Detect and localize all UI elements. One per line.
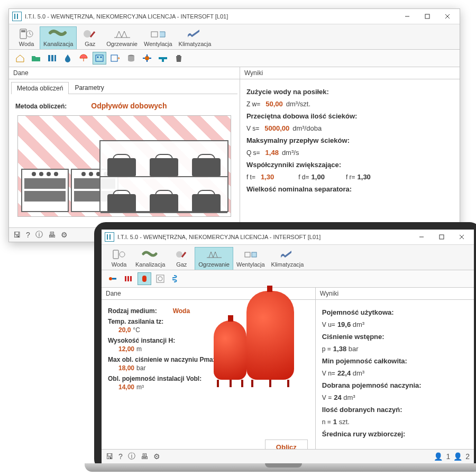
tab-woda[interactable]: Woda	[13, 27, 40, 49]
svg-rect-9	[96, 55, 103, 61]
calculator-icon	[16, 28, 36, 40]
tab-kanalizacja[interactable]: Kanalizacja	[132, 248, 168, 270]
gas-icon	[80, 28, 100, 40]
vobl-label: Obl. pojemność instalacji Vobl:	[108, 375, 202, 382]
tool-radiator[interactable]	[122, 272, 135, 285]
tab-ogrzewanie[interactable]: Ogrzewanie	[103, 27, 141, 49]
status-save-icon[interactable]: 🖫	[13, 231, 21, 239]
panel-dane-2: Dane Rodzaj medium:Woda Temp. zasilania …	[102, 288, 316, 460]
maximize-button[interactable]	[432, 231, 452, 243]
svg-rect-25	[142, 276, 147, 282]
tab-wentylacja[interactable]: Wentylacja	[141, 27, 176, 49]
svg-rect-26	[157, 275, 164, 282]
tab-klimatyzacja[interactable]: Klimatyzacja	[176, 27, 215, 49]
laptop-frame: I.T.I. 5.0 - WEWNĘTRZNA, NIEKOMERCYJNA L…	[94, 222, 476, 471]
subtab-parametry[interactable]: Parametry	[69, 81, 109, 94]
svg-point-21	[109, 277, 112, 280]
panel-wyniki-2: Wyniki Pojemność użytkowa: V u=19,6 dm³ …	[316, 288, 474, 460]
laptop-notch	[265, 463, 302, 468]
minimize-button[interactable]	[397, 10, 417, 23]
tab-woda[interactable]: Woda	[106, 248, 132, 270]
status-help-icon[interactable]: ?	[118, 452, 123, 461]
svg-rect-16	[113, 250, 118, 259]
tool-columns[interactable]	[45, 52, 59, 65]
panel-wyniki: Wyniki Zużycie wody na posiłek: Z w=50,0…	[240, 67, 460, 236]
status-help-icon[interactable]: ?	[26, 231, 30, 239]
svg-rect-7	[51, 55, 53, 61]
tool-bin[interactable]	[172, 52, 186, 65]
wrench-icon	[185, 28, 205, 40]
app-logo-icon	[105, 232, 114, 242]
heating-icon	[112, 28, 132, 40]
tab-ogrzewanie[interactable]: Ogrzewanie	[195, 247, 233, 270]
panel-dane-title: Dane	[9, 67, 240, 79]
svg-rect-8	[54, 55, 56, 61]
tz-label: Temp. zasilania tz:	[108, 318, 163, 325]
tool-valve[interactable]	[140, 52, 154, 65]
tool-kitchen[interactable]	[93, 52, 106, 65]
status-info-icon[interactable]: ⓘ	[128, 452, 135, 461]
status-settings-icon[interactable]: ⚙	[61, 231, 68, 239]
titlebar[interactable]: I.T.I. 5.0 - WEWNĘTRZNA, NIEKOMERCYJNA L…	[9, 9, 460, 24]
panel-wyniki-title: Wyniki	[240, 67, 460, 79]
user-icon: 👤	[453, 452, 462, 461]
r4-label: Współczynniki zwiększające:	[246, 161, 341, 169]
r1-label: Zużycie wody na posiłek:	[246, 88, 329, 96]
svg-point-10	[97, 57, 99, 58]
tool-arrow-box[interactable]	[108, 52, 122, 65]
pmax-label: Max obl. ciśnienie w naczyniu Pmax:	[108, 356, 218, 363]
svg-point-14	[145, 56, 149, 60]
subtab-metoda[interactable]: Metoda obliczeń	[11, 82, 69, 94]
panel-dane: Dane Metoda obliczeń Parametry Metoda ob…	[9, 67, 240, 236]
tool-umbrella[interactable]	[77, 52, 90, 65]
status-settings-icon[interactable]: ⚙	[153, 452, 160, 461]
tab-klimatyzacja[interactable]: Klimatyzacja	[268, 248, 307, 270]
heating-icon	[204, 249, 224, 260]
r5-label: Wielkość nominalna separatora:	[246, 185, 352, 193]
tool-db[interactable]	[124, 52, 138, 65]
method-label: Metoda obliczeń:	[15, 103, 67, 110]
close-button[interactable]	[437, 10, 457, 23]
toolbar-2	[102, 270, 474, 288]
status-info-icon[interactable]: ⓘ	[35, 230, 43, 240]
user-icon: 👤	[434, 452, 443, 461]
ventilation-icon	[241, 249, 261, 260]
tab-gaz[interactable]: Gaz	[168, 248, 195, 270]
minimize-button[interactable]	[411, 231, 432, 243]
ventilation-icon	[148, 28, 168, 40]
tool-vessel[interactable]	[138, 272, 151, 285]
status-print-icon[interactable]: 🖶	[48, 231, 56, 239]
method-value: Odpływów dobowych	[91, 102, 167, 110]
tab-gaz[interactable]: Gaz	[77, 27, 103, 49]
tool-grid[interactable]	[153, 272, 167, 285]
medium-label: Rodzaj medium:	[108, 307, 157, 315]
svg-rect-19	[245, 252, 250, 257]
r2-label: Przeciętna dobowa ilość ścieków:	[246, 112, 358, 120]
titlebar-2[interactable]: I.T.I. 5.0 - WEWNĘTRZNA, NIEKOMERCYJNA L…	[102, 230, 474, 245]
pipe-icon	[48, 28, 68, 40]
svg-rect-24	[130, 276, 132, 281]
close-button[interactable]	[452, 231, 472, 243]
status-print-icon[interactable]: 🖶	[141, 452, 148, 461]
tool-valve2[interactable]	[106, 272, 120, 285]
window-title: I.T.I. 5.0 - WEWNĘTRZNA, NIEKOMERCYJNA L…	[25, 13, 228, 20]
tool-folder[interactable]	[29, 52, 43, 65]
tool-coil[interactable]	[169, 272, 183, 285]
tab-kanalizacja[interactable]: Kanalizacja	[40, 26, 77, 49]
app-logo-icon	[12, 12, 22, 21]
ribbon-tabs: Woda Kanalizacja Gaz Ogrzewanie Wentylac…	[9, 24, 460, 50]
maximize-button[interactable]	[417, 10, 437, 23]
tool-home[interactable]	[13, 52, 27, 65]
wrench-icon	[277, 249, 297, 260]
tool-drop[interactable]	[61, 52, 75, 65]
svg-rect-23	[127, 276, 129, 281]
tab-wentylacja[interactable]: Wentylacja	[233, 248, 268, 270]
ribbon-tabs-2: Woda Kanalizacja Gaz Ogrzewanie Wentylac…	[102, 245, 474, 270]
panel-wyniki-title-2: Wyniki	[316, 288, 474, 300]
gas-icon	[171, 249, 191, 260]
medium-value: Woda	[173, 307, 190, 315]
svg-rect-2	[21, 30, 25, 32]
window-title-2: I.T.I. 5.0 - WEWNĘTRZNA, NIEKOMERCYJNA L…	[117, 234, 321, 240]
tool-tee[interactable]	[156, 52, 170, 65]
status-save-icon[interactable]: 🖫	[106, 452, 113, 461]
